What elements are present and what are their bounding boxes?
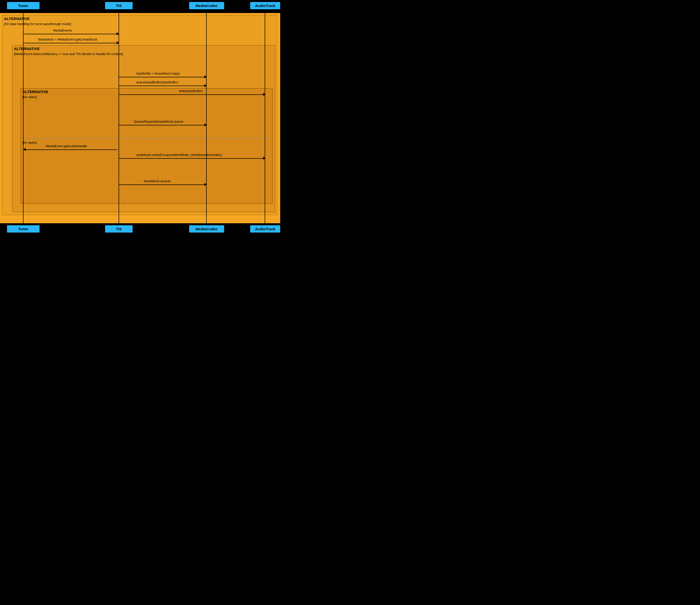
message-queue-input-buffer: queueInputBuffer(byteBuffer) [119,84,207,88]
msg-bytebuffer-map-label: byteBuffer = linearblock.map() [136,72,180,75]
lifeline-audiotrack [265,13,265,223]
message-queue-request: QueueRequest(linearblock).queue [119,123,207,127]
message-write-bytebuffer: write(byteBuffer) [119,93,266,97]
lifeline-mediacodec [206,13,207,223]
actor-tuner-footer: Tuner [7,225,40,233]
actor-tis-footer: TIS [105,225,132,233]
actor-tuner-header: Tuner [7,2,40,9]
message-get-linear-block: linearblock = MediaEvent.getLinearBlock [23,41,119,45]
message-get-audio-handle: MediaEvent.getAudioHandle [23,148,119,152]
msg-queue-request-label: QueueRequest(linearblock).queue [134,120,183,123]
alt3-dashed-separator [21,138,272,139]
alt3-guard-video: [for video] [23,95,37,99]
msg-get-audio-handle-label: MediaEvent.getAudioHandle [46,144,87,148]
sequence-diagram: Tuner TIS MediaCodec AudioTrack ALTERNAT… [0,0,280,236]
header-row: Tuner TIS MediaCodec AudioTrack [0,0,280,13]
actor-audiotrack-footer: AudioTrack [250,225,280,233]
actor-mediacodec-header: MediaCodec [189,2,224,9]
actor-mediacodec-footer: MediaCodec [189,225,224,233]
msg-media-events-label: MediaEvents [53,28,72,32]
alt3-label: ALTERNATIVE [23,90,48,94]
message-bytebuffer-map: byteBuffer = linearblock.map() [119,75,207,79]
alt2-label: ALTERNATIVE [14,47,40,51]
diagram-body: ALTERNATIVE [AV data handling for none p… [0,13,280,223]
msg-get-linear-block-label: linearblock = MediaEvent.getLinearBlock [38,38,97,41]
actor-audiotrack-header: AudioTrack [250,2,280,9]
alt1-label: ALTERNATIVE [4,17,30,21]
actor-tis-header: TIS [105,2,132,9]
footer-row: Tuner TIS MediaCodec AudioTrack [0,223,280,236]
alt1-guard: [AV data handling for none passthrough m… [4,22,71,26]
alt3-guard-audio: [for audio] [23,141,37,144]
alt-frame-2: ALTERNATIVE [MediaEvent.isSecureMemory =… [12,45,275,212]
message-media-events: MediaEvents [23,32,119,36]
msg-queue-input-buffer-label: queueInputBuffer(byteBuffer) [136,80,178,84]
msg-linearblock-recycle-label: linearblock.recycle [144,179,171,183]
alt2-guard: [MediaEvent.isSecureMemory == true and T… [14,52,123,56]
message-linearblock-recycle: linearblock.recycle [119,183,207,187]
message-audiotrack-write: audiotrack.write(EncapsulationMode_Handl… [119,156,266,161]
msg-audiotrack-write-label: audiotrack.write(EncapsulationMode_Handl… [136,153,222,157]
msg-write-bytebuffer-label: write(byteBuffer) [179,89,203,93]
